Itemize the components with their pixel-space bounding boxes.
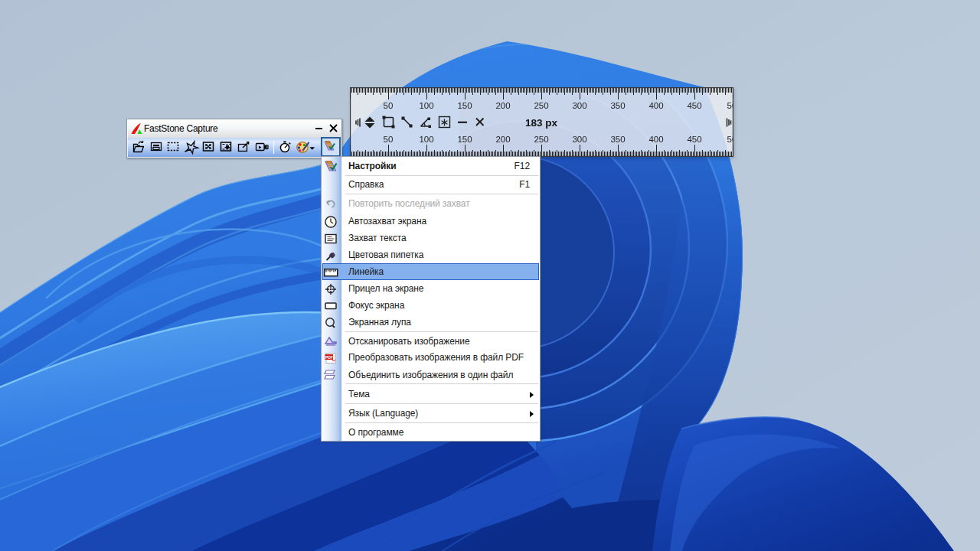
svg-text:183 px: 183 px <box>525 117 558 129</box>
svg-text:250: 250 <box>534 135 548 144</box>
svg-text:450: 450 <box>687 135 701 144</box>
svg-text:250: 250 <box>534 101 548 110</box>
svg-text:50: 50 <box>727 101 733 110</box>
svg-text:50: 50 <box>384 101 394 110</box>
svg-text:400: 400 <box>648 101 663 110</box>
svg-text:300: 300 <box>572 101 586 110</box>
svg-text:200: 200 <box>495 101 510 110</box>
svg-text:100: 100 <box>419 135 433 144</box>
svg-text:150: 150 <box>457 101 472 110</box>
svg-text:200: 200 <box>495 135 510 144</box>
svg-text:450: 450 <box>687 101 701 110</box>
svg-text:350: 350 <box>610 101 625 110</box>
svg-text:50: 50 <box>384 135 394 144</box>
svg-text:300: 300 <box>572 135 586 144</box>
svg-text:150: 150 <box>457 135 472 144</box>
svg-text:50: 50 <box>727 135 733 144</box>
svg-text:400: 400 <box>648 135 663 144</box>
svg-text:100: 100 <box>419 101 433 110</box>
svg-text:350: 350 <box>610 135 625 144</box>
svg-text:PDF: PDF <box>325 355 333 360</box>
